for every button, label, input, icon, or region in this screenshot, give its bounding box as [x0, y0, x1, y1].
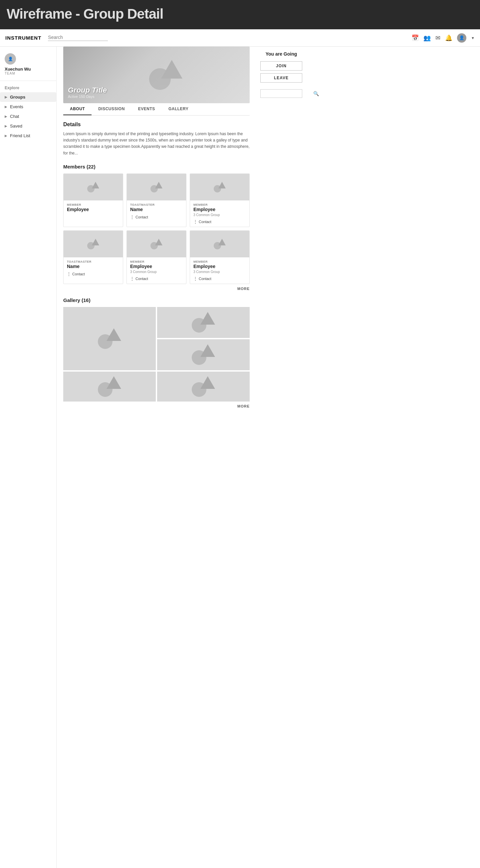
- sidebar-item-label-events: Events: [10, 104, 23, 109]
- contact-button-5[interactable]: ⋮ Contact: [130, 276, 183, 281]
- top-nav: INSTRUMENT 📅 👥 ✉ 🔔 👤 ▼: [0, 29, 480, 46]
- member-common-6: 3 Common Group: [193, 270, 246, 274]
- member-role-1: MEMBER: [67, 203, 120, 207]
- contact-label-6: Contact: [199, 277, 212, 281]
- right-panel: You are Going JOIN LEAVE 🔍: [256, 46, 306, 868]
- people-icon[interactable]: 👥: [423, 34, 431, 42]
- gallery-item-4: [63, 372, 156, 402]
- going-label: You are Going: [260, 51, 302, 57]
- main-layout: 👤 Xuechun Wu TEAM Explore ▶ Groups ▶ Eve…: [0, 46, 480, 868]
- right-search-input[interactable]: [263, 91, 313, 96]
- member-card-img-6: [190, 231, 249, 257]
- member-card-img-4: [64, 231, 123, 257]
- contact-label-2: Contact: [135, 215, 148, 219]
- member-card-6: MEMBER Employee 3 Common Group ⋮ Contact: [190, 230, 250, 284]
- gallery-item-2: [157, 307, 250, 338]
- page-title: Wireframe - Group Detail: [7, 6, 473, 22]
- member-name-2: Name: [130, 207, 183, 212]
- gallery-item-5: [157, 372, 250, 402]
- share-icon-4: ⋮: [67, 272, 71, 276]
- share-icon-3: ⋮: [193, 219, 197, 224]
- mail-icon[interactable]: ✉: [436, 34, 440, 42]
- sidebar-arrow-saved: ▶: [5, 124, 7, 128]
- sidebar-item-chat[interactable]: ▶ Chat: [0, 112, 56, 121]
- sidebar-profile: 👤 Xuechun Wu TEAM: [0, 51, 56, 81]
- member-common-5: 3 Common Group: [130, 270, 183, 274]
- banner-placeholder-icon: [149, 60, 183, 90]
- member-card-body-2: TOASTMASTER Name ⋮ Contact: [127, 200, 186, 222]
- group-banner-text: Group Title Active 150 Days: [68, 86, 107, 98]
- gallery-title: Gallery (16): [63, 297, 250, 303]
- sidebar-item-events[interactable]: ▶ Events: [0, 102, 56, 112]
- sidebar-arrow-events: ▶: [5, 105, 7, 108]
- explore-label: Explore: [0, 81, 56, 92]
- sidebar-item-label-groups: Groups: [10, 95, 25, 99]
- sidebar-arrow-friendlist: ▶: [5, 134, 7, 137]
- contact-label-3: Contact: [199, 220, 212, 224]
- user-avatar[interactable]: 👤: [457, 33, 466, 42]
- contact-button-2[interactable]: ⋮ Contact: [130, 215, 183, 219]
- members-grid: MEMBER Employee TOASTMASTER Name ⋮ Conta…: [63, 174, 250, 284]
- tab-events[interactable]: EVENTS: [131, 103, 162, 115]
- member-role-6: MEMBER: [193, 260, 246, 264]
- sidebar-avatar: 👤: [5, 53, 16, 65]
- tab-gallery[interactable]: GALLERY: [162, 103, 195, 115]
- contact-label-4: Contact: [72, 272, 85, 276]
- leave-button[interactable]: LEAVE: [260, 73, 302, 83]
- sidebar-item-label-friendlist: Friend List: [10, 133, 30, 138]
- gallery-item-3: [157, 339, 250, 370]
- members-more-button[interactable]: MORE: [63, 287, 250, 291]
- gallery-grid: [63, 307, 250, 402]
- avatar-dropdown-icon[interactable]: ▼: [471, 36, 475, 40]
- member-card: MEMBER Employee: [63, 174, 123, 227]
- group-title: Group Title: [68, 86, 107, 95]
- calendar-icon[interactable]: 📅: [411, 34, 419, 42]
- right-search-icon[interactable]: 🔍: [313, 91, 319, 96]
- member-card-img-1: [64, 174, 123, 200]
- details-title: Details: [63, 122, 250, 127]
- group-tabs: ABOUT DISCUSSION EVENTS GALLERY: [63, 103, 250, 116]
- join-button[interactable]: JOIN: [260, 61, 302, 70]
- sidebar-role: TEAM: [5, 71, 52, 75]
- member-card-3: MEMBER Employee 3 Common Group ⋮ Contact: [190, 174, 250, 227]
- member-role-2: TOASTMASTER: [130, 203, 183, 207]
- brand-logo: INSTRUMENT: [5, 35, 41, 41]
- members-title: Members (22): [63, 164, 250, 169]
- member-role-5: MEMBER: [130, 260, 183, 264]
- sidebar-item-groups[interactable]: ▶ Groups: [0, 92, 56, 102]
- bell-icon[interactable]: 🔔: [445, 34, 452, 42]
- nav-icons: 📅 👥 ✉ 🔔 👤 ▼: [411, 33, 475, 42]
- share-icon-2: ⋮: [130, 215, 134, 219]
- sidebar-item-saved[interactable]: ▶ Saved: [0, 121, 56, 131]
- contact-button-4[interactable]: ⋮ Contact: [67, 272, 120, 276]
- sidebar-arrow-chat: ▶: [5, 115, 7, 118]
- member-role-3: MEMBER: [193, 203, 246, 207]
- member-card-body-4: TOASTMASTER Name ⋮ Contact: [64, 257, 123, 279]
- sidebar-username: Xuechun Wu: [5, 67, 52, 71]
- member-name-6: Employee: [193, 264, 246, 269]
- gallery-more-button[interactable]: MORE: [63, 404, 250, 408]
- search-input[interactable]: [48, 35, 101, 40]
- gallery-item-1: [63, 307, 156, 370]
- member-name-4: Name: [67, 264, 120, 269]
- share-icon-5: ⋮: [130, 276, 134, 281]
- member-name-1: Employee: [67, 207, 120, 212]
- member-role-4: TOASTMASTER: [67, 260, 120, 264]
- details-text: Lorem Ipsum is simply dummy text of the …: [63, 131, 250, 156]
- sidebar-item-label-chat: Chat: [10, 114, 19, 119]
- contact-button-3[interactable]: ⋮ Contact: [193, 219, 246, 224]
- member-card-body-5: MEMBER Employee 3 Common Group ⋮ Contact: [127, 257, 186, 284]
- group-subtitle: Active 150 Days: [68, 95, 107, 98]
- contact-button-6[interactable]: ⋮ Contact: [193, 276, 246, 281]
- member-common-3: 3 Common Group: [193, 213, 246, 217]
- member-card-body-3: MEMBER Employee 3 Common Group ⋮ Contact: [190, 200, 249, 227]
- tab-discussion[interactable]: DISCUSSION: [92, 103, 131, 115]
- sidebar-item-friendlist[interactable]: ▶ Friend List: [0, 131, 56, 141]
- right-search-bar[interactable]: 🔍: [260, 89, 302, 98]
- sidebar-item-label-saved: Saved: [10, 124, 22, 128]
- search-bar[interactable]: [48, 35, 108, 41]
- tab-about[interactable]: ABOUT: [63, 103, 92, 115]
- group-banner: Group Title Active 150 Days: [63, 46, 250, 103]
- member-card-img-2: [127, 174, 186, 200]
- page-banner: Wireframe - Group Detail: [0, 0, 480, 29]
